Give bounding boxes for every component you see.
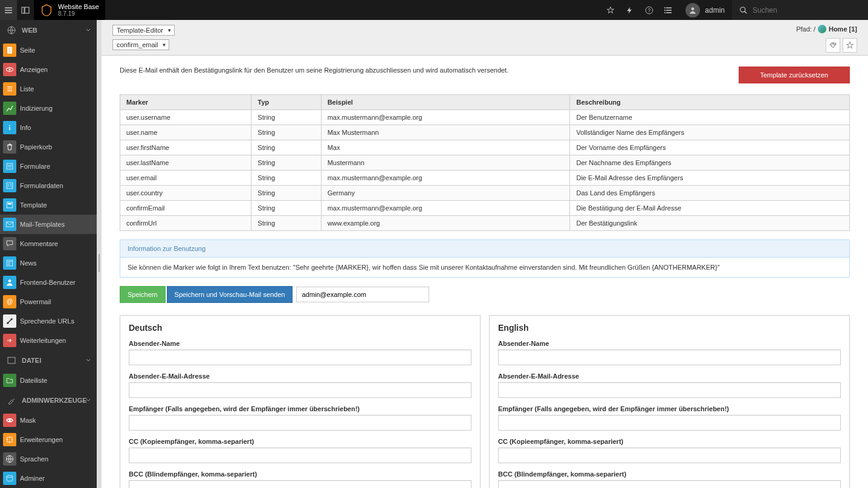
field-input[interactable] (129, 415, 471, 431)
preview-email-input[interactable] (296, 287, 429, 302)
intro-text: Diese E-Mail enthält den Bestätigungslin… (120, 67, 739, 74)
user-menu[interactable]: admin (678, 0, 732, 20)
star-outline-icon (846, 41, 854, 50)
nav-item-mask[interactable]: Mask (0, 411, 97, 430)
template-select[interactable]: confirm_email (112, 39, 169, 50)
field-label: BCC (Blindempfänger, komma-separiert) (129, 470, 471, 478)
nav-item-template[interactable]: Template (0, 195, 97, 215)
logo-area[interactable]: Website Base 8.7.19 (34, 0, 105, 20)
field-label: BCC (Blindempfänger, komma-separiert) (498, 470, 841, 478)
field-label: Absender-E-Mail-Adresse (129, 373, 471, 380)
table-row: confirmEmailStringmax.mustermann@example… (120, 201, 850, 216)
tree-toggle[interactable] (17, 0, 34, 20)
news-icon (3, 256, 16, 270)
user-icon (3, 276, 16, 289)
field-input[interactable] (129, 382, 471, 398)
nav-item-formulare[interactable]: Formulare (0, 157, 97, 176)
field-label: CC (Kopieempfänger, komma-separiert) (498, 438, 841, 445)
menu-toggle[interactable] (0, 0, 17, 20)
field-input[interactable] (498, 350, 841, 365)
url-icon (3, 314, 16, 328)
svg-rect-15 (7, 163, 13, 169)
info-panel-title: Information zur Benutzung (120, 240, 849, 258)
field-input[interactable] (498, 480, 841, 488)
lang-icon (3, 452, 16, 466)
field-label: Empfänger (Falls angegeben, wird der Emp… (498, 405, 841, 412)
nav-item-indizierung[interactable]: Indizierung (0, 99, 97, 118)
nav-section-web[interactable]: WEB (0, 20, 97, 41)
field-input[interactable] (129, 447, 471, 463)
svg-rect-18 (8, 203, 11, 204)
svg-point-8 (740, 7, 745, 11)
reset-template-button[interactable]: Template zurücksetzen (739, 67, 850, 83)
nav-item-seite[interactable]: Seite (0, 41, 97, 60)
refresh-button[interactable] (826, 38, 840, 53)
table-row: user.usernameStringmax.mustermann@exampl… (120, 110, 850, 125)
nav-section-datei[interactable]: DATEI (0, 350, 97, 371)
nav-item-mail-templates[interactable]: Mail-Templates (0, 215, 97, 234)
function-select[interactable]: Template-Editor (112, 25, 175, 36)
user-icon (688, 6, 697, 15)
nav-item-erweiterungen[interactable]: Erweiterungen (0, 430, 97, 449)
nav-item-frontend-benutzer[interactable]: Frontend-Benutzer (0, 273, 97, 292)
docheader: Template-Editor confirm_email Pfad: / Ho… (102, 20, 868, 56)
nav-item-news[interactable]: News (0, 253, 97, 273)
opendocs-button[interactable] (659, 0, 678, 20)
nav-item-powermail[interactable]: @Powermail (0, 292, 97, 311)
help-icon: ? (645, 6, 653, 15)
mask-icon (3, 414, 16, 427)
bookmark-button[interactable] (601, 0, 620, 20)
eye-icon (3, 63, 16, 76)
svg-rect-25 (8, 357, 15, 363)
svg-point-4 (664, 7, 666, 8)
svg-point-23 (7, 322, 8, 324)
field-input[interactable] (498, 415, 841, 431)
ext-icon (3, 433, 16, 446)
nav-item-liste[interactable]: Liste (0, 79, 97, 99)
nav-section-adminwerkzeuge[interactable]: ADMINWERKZEUGE (0, 390, 97, 411)
comment-icon (3, 237, 16, 250)
save-button[interactable]: Speichern (120, 286, 166, 303)
svg-point-26 (6, 418, 13, 422)
path-info: Pfad: / Home [1] (796, 25, 857, 33)
powermail-icon: @ (3, 295, 16, 308)
nav-item-kommentare[interactable]: Kommentare (0, 234, 97, 253)
redirect-icon (3, 334, 16, 347)
topbar: Website Base 8.7.19 ? admin (0, 0, 868, 20)
cache-button[interactable] (620, 0, 640, 20)
nav-item-dateiliste[interactable]: Dateiliste (0, 371, 97, 390)
nav-item-weiterleitungen[interactable]: Weiterleitungen (0, 331, 97, 350)
nav-item-papierkorb[interactable]: Papierkorb (0, 137, 97, 157)
field-input[interactable] (498, 382, 841, 398)
search-input[interactable] (753, 6, 843, 15)
nav-item-adminer[interactable]: Adminer (0, 469, 97, 488)
table-header: Marker (120, 95, 251, 110)
svg-point-12 (8, 68, 10, 70)
nav-item-sprechende-urls[interactable]: Sprechende URLs (0, 311, 97, 331)
field-input[interactable] (129, 350, 471, 365)
svg-rect-1 (25, 7, 29, 13)
field-label: Absender-E-Mail-Adresse (498, 373, 841, 380)
path-page[interactable]: Home [1] (829, 25, 857, 33)
splitter[interactable] (97, 20, 102, 488)
table-row: user.lastNameStringMustermannDer Nachnam… (120, 155, 850, 171)
table-row: user.countryStringGermanyDas Land des Em… (120, 186, 850, 201)
nav-item-info[interactable]: Info (0, 118, 97, 137)
svg-point-24 (11, 318, 13, 320)
hamburger-icon (4, 6, 13, 15)
search-area[interactable] (732, 0, 868, 20)
nav-item-sprachen[interactable]: Sprachen (0, 449, 97, 469)
nav-item-anzeigen[interactable]: Anzeigen (0, 60, 97, 79)
save-preview-button[interactable]: Speichern und Vorschau-Mail senden (167, 286, 293, 303)
bookmark-page-button[interactable] (843, 38, 857, 53)
nav-item-formulardaten[interactable]: Formulardaten (0, 176, 97, 195)
help-button[interactable]: ? (640, 0, 659, 20)
svg-rect-14 (9, 127, 10, 130)
field-input[interactable] (129, 480, 471, 488)
trash-icon (3, 140, 16, 154)
chart-icon (3, 102, 16, 115)
page-icon (3, 44, 16, 57)
avatar (685, 3, 700, 18)
globe-icon (818, 25, 826, 33)
field-input[interactable] (498, 447, 841, 463)
